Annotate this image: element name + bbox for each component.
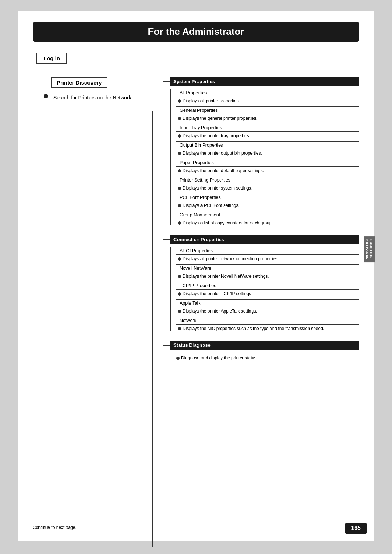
main-connector [152, 82, 160, 87]
list-item: General PropertiesDisplays the general p… [176, 106, 359, 121]
system-properties-section: System Properties All PropertiesDisplays… [163, 77, 359, 228]
bullet-icon [178, 187, 181, 190]
page: For the Administrator Log in Printer Dis… [18, 11, 374, 541]
subsection-label: Group Management [176, 211, 359, 219]
subsection-desc: Displays the general printer properties. [176, 116, 359, 121]
connection-properties-section: Connection Properties All Of PropertiesD… [163, 235, 359, 334]
left-column: Printer Discovery Search for Printers on… [33, 77, 152, 102]
list-item: Printer Setting PropertiesDisplays the p… [176, 176, 359, 191]
subsection-desc: Diagnose and display the printer status. [163, 355, 359, 360]
list-item: All Of PropertiesDisplays all printer ne… [176, 247, 359, 261]
page-title: For the Administrator [33, 22, 359, 42]
list-item: PCL Font PropertiesDisplays a PCL Font s… [176, 194, 359, 208]
subsection-label: Paper Properties [176, 159, 359, 167]
subsection-label: Printer Setting Properties [176, 176, 359, 184]
login-label: Log in [36, 53, 67, 64]
system-properties-items: All PropertiesDisplays all printer prope… [170, 89, 359, 225]
printer-discovery-label: Printer Discovery [51, 77, 107, 88]
status-diagnose-header: Status Diagnose [170, 341, 359, 350]
list-item: Group ManagementDisplays a list of copy … [176, 211, 359, 225]
list-item: Output Bin PropertiesDisplays the printe… [176, 141, 359, 156]
subsection-desc: Displays the printer output bin properti… [176, 151, 359, 156]
bullet-icon [178, 152, 181, 155]
subsection-desc: Displays the printer default paper setti… [176, 168, 359, 173]
bullet-icon [178, 327, 181, 330]
bullet-icon [178, 169, 181, 172]
subsection-desc: Displays the printer tray properties. [176, 133, 359, 138]
subsection-desc: Displays a PCL Font settings. [176, 203, 359, 208]
bullet-icon [44, 94, 48, 98]
right-column: System Properties All PropertiesDisplays… [160, 77, 359, 367]
subsection-desc: Displays the printer TCP/IP settings. [176, 291, 359, 296]
list-item: NetworkDisplays the NIC properties such … [176, 317, 359, 331]
system-properties-header: System Properties [170, 77, 359, 86]
bullet-icon [178, 204, 181, 207]
bullet-icon [178, 117, 181, 120]
side-tab: NETPANEL FUNCTION [364, 236, 375, 262]
bullet-icon [178, 275, 181, 278]
bullet-icon [176, 357, 180, 360]
subsection-label: Novell NetWare [176, 264, 359, 272]
status-diagnose-section: Status Diagnose Diagnose and display the… [163, 341, 359, 360]
list-item: TCP/IP PropertiesDisplays the printer TC… [176, 282, 359, 296]
subsection-label: All Of Properties [176, 247, 359, 255]
subsection-desc: Displays a list of copy counters for eac… [176, 220, 359, 225]
bullet-icon [178, 257, 181, 261]
bullet-icon [178, 99, 181, 103]
subsection-desc: Displays the printer AppleTalk settings. [176, 309, 359, 314]
connection-properties-items: All Of PropertiesDisplays all printer ne… [170, 247, 359, 331]
bullet-icon [178, 292, 181, 296]
subsection-desc: Displays the NIC properties such as the … [176, 326, 359, 331]
page-number: 165 [345, 523, 367, 534]
subsection-label: Apple Talk [176, 299, 359, 307]
list-item: All PropertiesDisplays all printer prope… [176, 89, 359, 103]
subsection-desc: Displays the printer Novell NetWare sett… [176, 274, 359, 279]
list-item: Input Tray PropertiesDisplays the printe… [176, 124, 359, 138]
subsection-desc: Displays all printer properties. [176, 98, 359, 103]
subsection-desc: Displays the printer system settings. [176, 186, 359, 191]
subsection-label: Output Bin Properties [176, 141, 359, 149]
subsection-label: Input Tray Properties [176, 124, 359, 132]
search-text: Search for Printers on the Network. [53, 94, 133, 102]
subsection-desc: Displays all printer network connection … [176, 256, 359, 261]
connection-properties-header: Connection Properties [170, 235, 359, 244]
subsection-label: All Properties [176, 89, 359, 97]
subsection-label: PCL Font Properties [176, 194, 359, 201]
bullet-icon [178, 221, 181, 225]
subsection-label: TCP/IP Properties [176, 282, 359, 290]
bullet-icon [178, 134, 181, 138]
list-item: Paper PropertiesDisplays the printer def… [176, 159, 359, 173]
bullet-icon [178, 310, 181, 313]
list-item: Apple TalkDisplays the printer AppleTalk… [176, 299, 359, 314]
subsection-label: Network [176, 317, 359, 325]
side-tab-line2: FUNCTION [369, 239, 373, 260]
list-item: Novell NetWareDisplays the printer Novel… [176, 264, 359, 279]
continue-text: Continue to next page. [33, 525, 77, 530]
subsection-label: General Properties [176, 106, 359, 114]
side-tab-line1: NETPANEL [366, 239, 369, 260]
